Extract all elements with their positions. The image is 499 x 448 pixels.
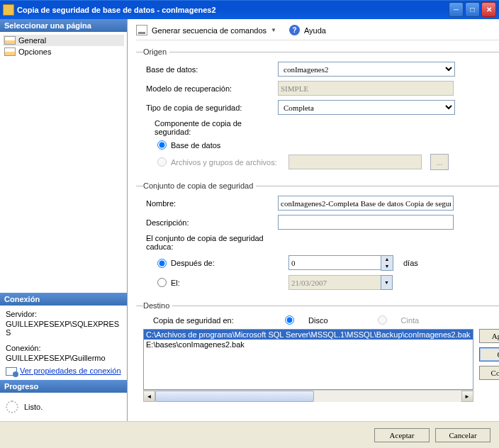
window-title: Copia de seguridad de base de datos - co… bbox=[17, 6, 449, 14]
backup-set-legend: Conjunto de copia de seguridad bbox=[143, 181, 256, 190]
connection-label: Conexión: bbox=[6, 344, 121, 352]
backup-to-label: Copia de seguridad en: bbox=[143, 316, 271, 325]
maximize-button[interactable]: □ bbox=[465, 2, 480, 17]
tape-label: Cinta bbox=[401, 316, 420, 325]
backup-type-select[interactable]: Completa bbox=[278, 100, 455, 115]
page-icon bbox=[4, 47, 16, 56]
expire-on-label: El: bbox=[171, 279, 284, 287]
days-label: días bbox=[403, 259, 418, 267]
recovery-field bbox=[278, 81, 454, 96]
dropdown-icon[interactable]: ▼ bbox=[271, 27, 276, 33]
dialog-footer: Aceptar Cancelar bbox=[0, 421, 499, 448]
expire-after-radio[interactable] bbox=[157, 259, 167, 268]
component-database-label: Base de datos bbox=[171, 141, 220, 150]
add-button[interactable]: Agregar... bbox=[479, 329, 499, 343]
connection-header: Conexión bbox=[0, 293, 127, 306]
destination-group: Destino Copia de seguridad en: Disco Cin… bbox=[136, 301, 499, 405]
list-item[interactable]: E:\bases\conImagenes2.bak bbox=[144, 340, 473, 349]
page-icon bbox=[4, 36, 16, 45]
sidebar-header: Seleccionar una página bbox=[0, 19, 127, 32]
help-button[interactable]: Ayuda bbox=[304, 26, 326, 35]
sidebar-item-options[interactable]: Opciones bbox=[3, 46, 124, 57]
backup-type-label: Tipo de copia de seguridad: bbox=[143, 103, 278, 112]
expire-on-field bbox=[288, 275, 381, 290]
cancel-button[interactable]: Cancelar bbox=[435, 428, 490, 442]
name-label: Nombre: bbox=[143, 199, 278, 208]
progress-status: Listo. bbox=[24, 403, 43, 411]
component-files-radio bbox=[157, 157, 167, 167]
origin-legend: Origen bbox=[143, 47, 169, 56]
connection-icon bbox=[6, 367, 17, 376]
recovery-label: Modelo de recuperación: bbox=[143, 84, 278, 93]
sidebar-item-general[interactable]: General bbox=[3, 35, 124, 46]
component-label: Componente de copia de seguridad: bbox=[143, 119, 278, 136]
help-icon: ? bbox=[289, 25, 300, 35]
remove-button[interactable]: Quitar bbox=[479, 347, 499, 362]
server-label: Servidor: bbox=[6, 310, 121, 318]
minimize-button[interactable]: ─ bbox=[449, 2, 464, 17]
description-field[interactable] bbox=[278, 215, 454, 230]
ok-button[interactable]: Aceptar bbox=[374, 428, 430, 442]
expire-after-field[interactable] bbox=[288, 255, 381, 270]
scroll-right-button[interactable]: ► bbox=[461, 391, 473, 402]
origin-group: Origen Base de datos: conImagenes2 Model… bbox=[136, 47, 499, 177]
sidebar-item-label: Opciones bbox=[18, 47, 51, 56]
horizontal-scrollbar[interactable]: ◄ ► bbox=[143, 390, 473, 402]
tape-radio bbox=[378, 315, 387, 325]
expire-label: El conjunto de copia de seguridad caduca… bbox=[143, 234, 278, 251]
content-panel: Generar secuencia de comandos ▼ ? Ayuda … bbox=[128, 19, 499, 421]
files-browse-button: ... bbox=[430, 154, 449, 170]
description-label: Descripción: bbox=[143, 218, 278, 227]
connection-value: GUILLEXPESEXP\Guillermo bbox=[6, 354, 121, 362]
date-dropdown-button: ▼ bbox=[381, 275, 393, 290]
progress-icon bbox=[6, 401, 18, 413]
contents-button[interactable]: Contenido bbox=[479, 366, 499, 380]
destination-list[interactable]: C:\Archivos de programa\Microsoft SQL Se… bbox=[143, 329, 473, 390]
scroll-thumb[interactable] bbox=[155, 391, 314, 402]
close-button[interactable]: ✕ bbox=[481, 2, 496, 17]
progress-header: Progreso bbox=[0, 380, 127, 393]
name-field[interactable] bbox=[278, 196, 454, 211]
expire-after-label: Después de: bbox=[171, 259, 284, 267]
database-select[interactable]: conImagenes2 bbox=[278, 62, 455, 77]
backup-set-group: Conjunto de copia de seguridad Nombre: D… bbox=[136, 181, 499, 297]
sidebar: Seleccionar una página General Opciones … bbox=[0, 19, 128, 421]
disk-label: Disco bbox=[308, 316, 328, 325]
destination-legend: Destino bbox=[143, 301, 172, 310]
component-database-radio[interactable] bbox=[157, 140, 167, 150]
spinner-down-button[interactable]: ▼ bbox=[381, 263, 393, 270]
list-item[interactable]: C:\Archivos de programa\Microsoft SQL Se… bbox=[144, 330, 473, 340]
server-value: GUILLEXPESEXP\SQLEXPRESS bbox=[6, 320, 121, 337]
database-label: Base de datos: bbox=[143, 65, 278, 74]
scroll-left-button[interactable]: ◄ bbox=[143, 391, 155, 402]
disk-radio[interactable] bbox=[285, 315, 294, 325]
component-files-label: Archivos y grupos de archivos: bbox=[171, 158, 284, 167]
titlebar: Copia de seguridad de base de datos - co… bbox=[0, 0, 499, 19]
files-field bbox=[288, 155, 422, 169]
expire-on-radio[interactable] bbox=[157, 278, 167, 287]
app-icon bbox=[3, 4, 14, 16]
script-button[interactable]: Generar secuencia de comandos bbox=[152, 26, 267, 35]
sidebar-item-label: General bbox=[18, 36, 46, 45]
spinner-up-button[interactable]: ▲ bbox=[381, 256, 393, 263]
script-icon bbox=[136, 25, 147, 35]
connection-properties-link[interactable]: Ver propiedades de conexión bbox=[6, 366, 121, 376]
